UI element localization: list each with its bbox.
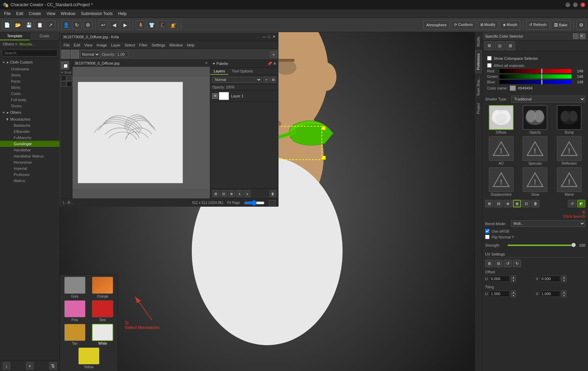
menu-help[interactable]: Help (116, 11, 130, 17)
side-tab-project[interactable]: Project (475, 100, 482, 117)
tiling-v-input[interactable] (540, 291, 560, 297)
krita-pattern-icon[interactable] (71, 50, 79, 58)
menu-submission[interactable]: Submission Tools (78, 11, 116, 17)
close-button[interactable]: ✕ (580, 2, 585, 7)
rt-right-2[interactable]: ◩ (577, 200, 585, 207)
krita-color-swatch[interactable] (61, 61, 69, 69)
flip-normal-checkbox[interactable] (485, 235, 490, 239)
tiling-v-down[interactable]: ▼ (562, 294, 566, 297)
item-shoes[interactable]: Shoes (0, 103, 59, 109)
layer-eye[interactable]: 👁 (212, 93, 218, 99)
settings-icon[interactable]: ⚙ (83, 20, 93, 30)
krita-file-close[interactable]: ✕ (205, 61, 208, 65)
layer-tool-4[interactable]: ∧ (236, 190, 243, 197)
item-imperial[interactable]: Imperial (0, 165, 59, 171)
menu-edit[interactable]: Edit (13, 11, 26, 17)
rt-right-1[interactable]: ↺ (568, 200, 576, 207)
mat-slot-diffuse[interactable]: Diffuse (485, 105, 517, 134)
krita-zoom-thumb[interactable] (269, 200, 276, 206)
panel-swap-icon[interactable]: ⇅ (49, 362, 57, 370)
layer-add-icon[interactable]: + (263, 77, 269, 83)
uv-tool-4[interactable]: ↻ (513, 260, 521, 267)
affect-all-checkbox[interactable] (487, 63, 492, 68)
menu-file[interactable]: File (1, 11, 13, 17)
tab-custom[interactable]: Custo (30, 32, 59, 40)
rt-action-1[interactable]: ⊞ (485, 200, 493, 207)
swatch-orange[interactable]: Orange (90, 277, 116, 298)
item-pants[interactable]: Pants (0, 78, 59, 84)
search-input[interactable] (2, 50, 57, 56)
swatch-pink[interactable]: Pink (62, 300, 88, 322)
krita-close[interactable]: ✕ (272, 35, 276, 39)
figure-icon[interactable]: 👤 (61, 20, 71, 30)
krita-menu-help[interactable]: Help (185, 42, 197, 48)
rp-close[interactable]: ✕ (580, 33, 585, 39)
item-batstache[interactable]: Batstache (0, 122, 59, 128)
side-tab-preference[interactable]: Preference (475, 50, 482, 73)
uv-tool-1[interactable]: ⊞ (485, 260, 493, 267)
tiling-u-up[interactable]: ▲ (511, 290, 516, 294)
tab-template[interactable]: Template (0, 32, 30, 40)
rt-icon-1[interactable]: ⚙ (484, 41, 494, 50)
item-horseshoe[interactable]: Horseshoe (0, 159, 59, 165)
item-gunslinger[interactable]: Gunslinger (0, 141, 59, 147)
new-icon[interactable]: 📄 (2, 20, 12, 30)
render-icon[interactable]: ⚙ (576, 20, 586, 30)
rt-icon-2[interactable]: ◎ (495, 41, 505, 50)
modify-button[interactable]: ⊞ Modify (477, 20, 498, 30)
breadcrumb-others[interactable]: Others (3, 42, 14, 46)
hat-icon[interactable]: 🎩 (158, 20, 167, 30)
tiling-v-up[interactable]: ▲ (562, 290, 566, 294)
minimize-button[interactable]: — (565, 2, 570, 7)
offset-v-input[interactable] (540, 276, 560, 282)
swatch-tan[interactable]: Tan (62, 324, 88, 345)
item-skirts[interactable]: Skirts (0, 84, 59, 91)
offset-u-down[interactable]: ▼ (511, 279, 516, 282)
nav-next-icon[interactable]: ▶ (120, 20, 130, 30)
item-underwear[interactable]: Underwear (0, 66, 59, 72)
krita-maximize[interactable]: □ (268, 35, 270, 39)
item-handlebar-walrus[interactable]: Handlebar Walrus (0, 153, 59, 159)
krita-menu-file[interactable]: File (62, 42, 72, 48)
swatch-grey[interactable]: Grey (62, 277, 88, 298)
menu-window[interactable]: Window (58, 11, 78, 17)
item-moustaches[interactable]: ▼ Moustaches (0, 116, 59, 122)
rt-action-5[interactable]: ⊡ (522, 200, 530, 207)
item-handlebar[interactable]: Handlebar (0, 147, 59, 153)
open-icon[interactable]: 📂 (13, 20, 23, 30)
uv-tool-3[interactable]: ↺ (504, 260, 512, 267)
offset-v-down[interactable]: ▼ (562, 279, 566, 282)
rt-icon-3[interactable]: ⊞ (506, 41, 515, 50)
item-shirts[interactable]: Shirts (0, 72, 59, 78)
krita-brush-icon[interactable] (62, 50, 70, 58)
bake-button[interactable]: 🖼 Bake (551, 20, 571, 30)
tool-options-tab[interactable]: Tool Options (228, 68, 256, 75)
offset-u-up[interactable]: ▲ (511, 275, 516, 279)
layer-tool-3[interactable]: ⊕ (228, 190, 235, 197)
rt-action-3[interactable]: ⊕ (504, 200, 512, 207)
offset-v-up[interactable]: ▲ (562, 275, 566, 279)
tiling-u-input[interactable] (489, 291, 510, 297)
save-as-icon[interactable]: 📋 (35, 20, 44, 30)
conform-button[interactable]: ⟳ Conform (451, 20, 476, 30)
blue-track[interactable] (499, 80, 572, 84)
blend-mode-select[interactable]: Multi... Normal Multiply (511, 220, 585, 227)
item-fullbody[interactable]: Full-body (0, 97, 59, 103)
hair-icon[interactable]: 💇 (169, 20, 178, 30)
export-icon[interactable]: ↗ (46, 20, 55, 30)
layer-settings-icon[interactable]: ⚙ (270, 77, 276, 83)
krita-zoom-slider[interactable] (244, 200, 265, 206)
mat-slot-bump[interactable]: Bump (553, 105, 585, 134)
breadcrumb-current[interactable]: Mousta... (19, 42, 35, 46)
krita-menu-view[interactable]: View (82, 42, 95, 48)
item-walrus[interactable]: Walrus (0, 178, 59, 184)
group-cloth-custom[interactable]: ▼ ▸ Cloth Custom (0, 59, 59, 66)
clothing-icon[interactable]: 👕 (147, 20, 156, 30)
strength-thumb[interactable] (572, 243, 576, 247)
mat-slot-reflection[interactable]: ! Reflection (553, 136, 585, 165)
menu-view[interactable]: View (44, 11, 58, 17)
krita-menu-layer[interactable]: Layer (109, 42, 123, 48)
panel-add-icon[interactable]: + (26, 362, 34, 370)
green-track[interactable] (499, 74, 572, 79)
item-professor[interactable]: Professor (0, 171, 59, 178)
